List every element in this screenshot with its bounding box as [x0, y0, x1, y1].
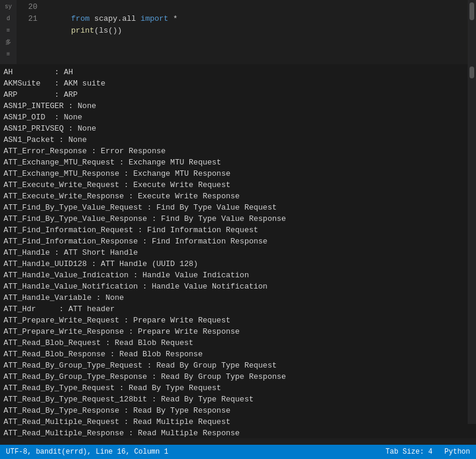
terminal-line: ATT_Handle_Variable : None — [4, 292, 464, 303]
terminal-area: AH : AHAKMSuite : AKM suiteARP : ARPASN1… — [0, 64, 476, 438]
status-bar: UTF-8, bandit(errd), Line 16, Column 1 b… — [0, 445, 476, 459]
line-numbers: 20 21 — [17, 0, 43, 64]
line-num-20: 20 — [17, 1, 37, 13]
scrollbar-thumb[interactable] — [469, 2, 474, 20]
editor-scrollbar[interactable] — [468, 0, 476, 64]
terminal-line: ATT_Handle_Value_Indication : Handle Val… — [4, 270, 464, 281]
terminal-line: ATT_Find_Information_Response : Find Inf… — [4, 236, 464, 247]
keyword-import: import — [141, 14, 169, 23]
terminal-line: ATT_Handle : ATT Short Handle — [4, 247, 464, 258]
line-num-21: 21 — [17, 13, 37, 25]
terminal-line: ATT_Exchange_MTU_Request : Exchange MTU … — [4, 157, 464, 168]
terminal-line: ATT_Handle_Value_Notification : Handle V… — [4, 281, 464, 292]
terminal-line: ATT_Prepare_Write_Request : Prepare Writ… — [4, 315, 464, 326]
terminal-line: ATT_Read_By_Type_Request_128bit : Read B… — [4, 394, 464, 405]
terminal-line: ATT_Hdr : ATT header — [4, 303, 464, 315]
terminal-line: ASN1_Packet : None — [4, 134, 464, 145]
terminal-line: ATT_Find_Information_Request : Find Info… — [4, 224, 464, 236]
terminal-line: AH : AH — [4, 67, 464, 78]
terminal-line: ATT_Read_Multiple_Request : Read Multipl… — [4, 416, 464, 428]
code-star: * — [169, 14, 178, 23]
keyword-print: print — [71, 26, 94, 35]
code-args: (ls()) — [94, 26, 122, 35]
status-right-items: Tab Size: 4 Python — [386, 448, 470, 456]
code-editor[interactable]: from scapy.all import * print(ls()) — [43, 0, 468, 64]
terminal-line: ATT_Read_Multiple_Response : Read Multip… — [4, 428, 464, 438]
terminal-line: ASN1P_PRIVSEQ : None — [4, 123, 464, 134]
status-language[interactable]: Python — [445, 448, 470, 456]
code-line-20: from scapy.all import * — [43, 1, 468, 13]
sidebar-icon-4[interactable]: 多 — [1, 37, 15, 48]
keyword-from: from — [71, 14, 90, 23]
terminal-line: ATT_Read_By_Type_Request : Read By Type … — [4, 382, 464, 394]
terminal-line: ATT_Execute_Write_Response : Execute Wri… — [4, 191, 464, 202]
terminal-line: AKMSuite : AKM suite — [4, 78, 464, 89]
sidebar-icon-5[interactable]: ≡ — [1, 49, 15, 59]
terminal-line: ATT_Find_By_Type_Value_Response : Find B… — [4, 213, 464, 224]
terminal-line: ATT_Read_Blob_Request : Read Blob Reques… — [4, 337, 464, 349]
terminal-line: ATT_Exchange_MTU_Response : Exchange MTU… — [4, 168, 464, 179]
sidebar-icon-2[interactable]: d — [1, 13, 15, 24]
code-module: scapy.all — [90, 14, 141, 23]
sidebar-icons: sy d ≡ 多 ≡ — [0, 0, 17, 64]
terminal-scrollbar[interactable] — [468, 64, 476, 424]
terminal-line: ASN1P_INTEGER : None — [4, 100, 464, 112]
sidebar-icon-1[interactable]: sy — [1, 1, 15, 12]
editor-container: sy d ≡ 多 ≡ 20 21 from scapy.all import *… — [0, 0, 476, 64]
sidebar-icon-3[interactable]: ≡ — [1, 25, 15, 36]
terminal-line: ATT_Read_Blob_Response : Read Blob Respo… — [4, 349, 464, 360]
terminal-line: ARP : ARP — [4, 89, 464, 100]
terminal-line: ATT_Read_By_Group_Type_Response : Read B… — [4, 371, 464, 382]
status-encoding[interactable]: UTF-8, bandit(errd), Line 16, Column 1 — [6, 448, 169, 456]
terminal-scrollbar-thumb[interactable] — [469, 67, 474, 78]
status-tab-size[interactable]: Tab Size: 4 — [386, 448, 433, 456]
terminal-line: ATT_Read_By_Group_Type_Request : Read By… — [4, 360, 464, 371]
terminal-line: ATT_Execute_Write_Request : Execute Writ… — [4, 179, 464, 191]
terminal-line: ASN1P_OID : None — [4, 112, 464, 123]
terminal-line: ATT_Error_Response : Error Response — [4, 145, 464, 157]
terminal-output[interactable]: AH : AHAKMSuite : AKM suiteARP : ARPASN1… — [0, 64, 468, 438]
terminal-line: ATT_Prepare_Write_Response : Prepare Wri… — [4, 326, 464, 337]
terminal-line: ATT_Find_By_Type_Value_Request : Find By… — [4, 202, 464, 213]
terminal-line: ATT_Read_By_Type_Response : Read By Type… — [4, 405, 464, 416]
terminal-line: ATT_Handle_UUID128 : ATT Handle (UUID 12… — [4, 258, 464, 270]
